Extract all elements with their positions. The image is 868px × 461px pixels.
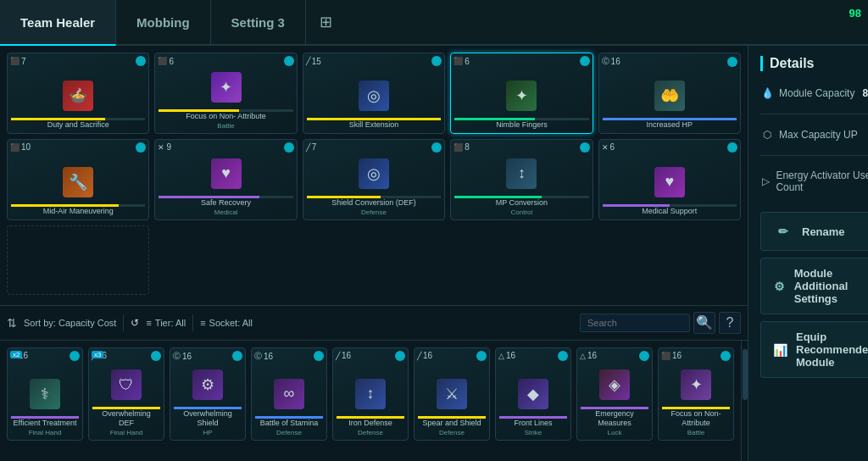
socket-indicator-3 — [580, 56, 590, 66]
list-module-2[interactable]: Ⓒ 16 ⚙ Overwhelming Shield HP — [170, 347, 246, 441]
list-socket-3 — [314, 351, 324, 361]
socket-stack-icon: ≡ — [200, 318, 205, 328]
list-icon-area-3: ∞ — [270, 375, 308, 413]
sort-label[interactable]: Sort by: Capacity Cost — [24, 318, 116, 328]
list-socket-6 — [558, 351, 568, 361]
module-name-3: Nimble Fingers — [494, 120, 549, 130]
list-name-3: Battle of Stamina — [259, 419, 320, 428]
cost-icon-8: ⬛ — [453, 143, 463, 152]
search-input[interactable] — [580, 314, 690, 332]
cost-icon-9: ✕ — [602, 143, 609, 152]
list-card-top-4: ╱ 16 — [336, 351, 405, 361]
tab-grid-icon[interactable]: ⊞ — [306, 0, 347, 44]
list-module-0[interactable]: ✕ 16 x2 ⚕ Efficient Treatment Final Hand — [7, 347, 83, 441]
list-socket-8 — [721, 351, 731, 361]
equipped-module-4[interactable]: Ⓒ 16 🤲 Increased HP — [598, 53, 741, 134]
list-icon-2: ⚙ — [192, 369, 223, 400]
rename-button[interactable]: ✏ Rename — [760, 212, 868, 251]
list-icon-area-2: ⚙ — [189, 366, 226, 403]
equipped-module-1[interactable]: ⬛ 6 ✦ Focus on Non- Attribute Battle — [154, 53, 297, 134]
list-card-top-5: ╱ 16 — [417, 351, 487, 361]
settings-icon: ⚙ — [773, 276, 786, 297]
list-card-top-7: △ 16 — [580, 351, 649, 361]
equipped-module-3[interactable]: ⬛ 6 ✦ Nimble Fingers — [450, 53, 593, 134]
module-cost-6: ✕ 9 — [158, 142, 171, 152]
filter-bar: ⇅ Sort by: Capacity Cost ↺ ≡ Tier: All ≡… — [0, 305, 748, 341]
list-module-7[interactable]: △ 16 ◈ Emergency Measures Luck — [576, 347, 653, 441]
module-card-top-2: ╱ 15 — [306, 56, 442, 66]
list-module-3[interactable]: Ⓒ 16 ∞ Battle of Stamina Defense — [251, 347, 327, 441]
list-module-8[interactable]: ⬛ 16 ✦ Focus on Non- Attribute Battle — [658, 347, 734, 441]
equipped-module-6[interactable]: ✕ 9 ♥ Safe Recovery Medical — [154, 139, 297, 220]
tier-filter[interactable]: ≡ Tier: All — [146, 318, 186, 328]
details-panel: Details 💧 Module Capacity 80 / 80 ⬡ Max … — [748, 46, 868, 461]
module-icon-8: ↕ — [506, 158, 537, 189]
socket-indicator-1 — [284, 56, 294, 66]
additional-settings-button[interactable]: ⚙ Module Additional Settings — [760, 258, 868, 314]
module-card-top-5: ⬛ 10 — [10, 142, 146, 153]
sort-icon: ⇅ — [7, 316, 17, 330]
module-name-4: Increased HP — [645, 120, 695, 130]
equipped-module-0[interactable]: ⬛ 7 🍲 Duty and Sacrifice — [7, 53, 149, 134]
list-tag-1: Final Hand — [110, 429, 143, 436]
details-title: Details — [760, 56, 868, 71]
scrollbar-thumb[interactable] — [743, 349, 748, 400]
module-icon-area-0: 🍲 — [59, 77, 97, 114]
equip-badge-1: x3 — [92, 351, 103, 358]
main-content: ⬛ 7 🍲 Duty and Sacrifice ⬛ 6 — [0, 46, 868, 461]
equipped-section: ⬛ 7 🍲 Duty and Sacrifice ⬛ 6 — [0, 46, 748, 305]
list-tag-7: Luck — [608, 429, 622, 436]
module-tag-7: Defense — [361, 208, 387, 216]
cost-icon-3: ⬛ — [453, 57, 463, 65]
empty-module-slot[interactable] — [7, 225, 149, 295]
list-name-1: Overwhelming DEF — [92, 409, 160, 428]
module-icon-area-3: ✦ — [503, 77, 540, 114]
list-tag-8: Battle — [687, 429, 704, 436]
tab-setting3[interactable]: Setting 3 — [211, 0, 306, 44]
list-icon-area-8: ✦ — [677, 366, 715, 403]
filter-divider-1 — [123, 314, 124, 331]
list-icon-5: ⚔ — [437, 379, 467, 409]
equipped-module-8[interactable]: ⬛ 8 ↕ MP Conversion Control — [450, 139, 593, 220]
module-icon-6: ♥ — [211, 158, 242, 189]
list-tag-4: Defense — [358, 429, 383, 436]
search-button[interactable]: 🔍 — [693, 312, 715, 334]
list-name-8: Focus on Non- Attribute — [662, 409, 730, 428]
socket-indicator-2 — [431, 56, 442, 66]
equipped-module-9[interactable]: ✕ 6 ♥ Medical Support — [598, 139, 741, 220]
module-cost-7: ╱ 7 — [306, 142, 317, 152]
energy-label: ▷ Energy Activator Use Count — [760, 169, 868, 193]
module-capacity-row: 💧 Module Capacity 80 / 80 — [760, 83, 868, 103]
module-icon-area-4: 🤲 — [651, 77, 688, 114]
socket-filter[interactable]: ≡ Socket: All — [200, 318, 253, 328]
help-button[interactable]: ? — [719, 312, 741, 334]
socket-indicator-9 — [727, 142, 737, 153]
module-name-8: MP Conversion — [494, 198, 549, 208]
list-module-4[interactable]: ╱ 16 ↕ Iron Defense Defense — [332, 347, 409, 441]
cost-icon-7: ╱ — [306, 143, 310, 152]
list-icon-6: ◆ — [518, 379, 548, 409]
list-name-5: Spear and Shield — [420, 419, 482, 428]
refresh-icon[interactable]: ↺ — [131, 317, 139, 329]
list-name-2: Overwhelming Shield — [174, 409, 242, 428]
module-card-top-4: Ⓒ 16 — [602, 56, 737, 67]
list-module-6[interactable]: △ 16 ◆ Front Lines Strike — [495, 347, 571, 441]
list-module-5[interactable]: ╱ 16 ⚔ Spear and Shield Defense — [414, 347, 490, 441]
equip-recommended-button[interactable]: 📊 Equip Recommended Module — [760, 321, 868, 378]
list-tag-2: HP — [203, 429, 212, 436]
rename-icon: ✏ — [773, 221, 793, 242]
list-icon-area-4: ↕ — [352, 375, 389, 413]
list-module-1[interactable]: ╱ 16 x3 🛡 Overwhelming DEF Final Hand — [88, 347, 164, 441]
module-name-2: Skill Extension — [348, 120, 401, 130]
list-icon-1: 🛡 — [111, 369, 142, 400]
equipped-module-7[interactable]: ╱ 7 ◎ Shield Conversion (DEF) Defense — [303, 139, 445, 220]
equipped-module-2[interactable]: ╱ 15 ◎ Skill Extension — [303, 53, 445, 134]
list-tag-6: Strike — [525, 429, 542, 436]
equipped-module-5[interactable]: ⬛ 10 🔧 Mid-Air Maneuvering — [7, 139, 149, 220]
tab-mobbing[interactable]: Mobbing — [116, 0, 210, 44]
module-icon-area-6: ♥ — [208, 155, 245, 192]
scrollbar-track[interactable] — [741, 341, 748, 461]
list-icon-area-6: ◆ — [515, 375, 552, 413]
list-cost-3: Ⓒ 16 — [254, 351, 273, 362]
tab-team-healer[interactable]: Team Healer — [0, 0, 116, 46]
